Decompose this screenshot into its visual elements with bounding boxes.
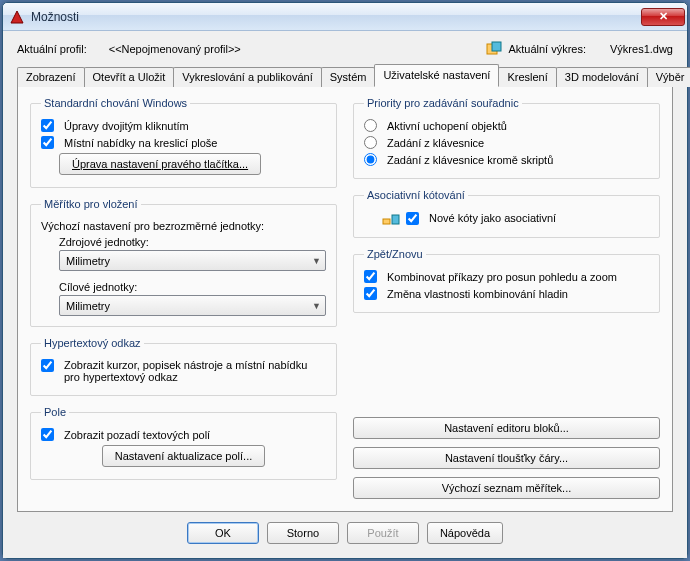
btn-field-update-settings[interactable]: Nastavení aktualizace polí... bbox=[102, 445, 266, 467]
right-buttons: Nastavení editoru bloků... Nastavení tlo… bbox=[353, 417, 660, 499]
group-hyperlink: Hypertextový odkaz Zobrazit kurzor, popi… bbox=[30, 337, 337, 396]
src-units-value: Milimetry bbox=[66, 255, 110, 267]
help-button[interactable]: Nápověda bbox=[427, 522, 503, 544]
scale-desc: Výchozí nastavení pro bezrozměrné jednot… bbox=[41, 220, 264, 232]
legend-field: Pole bbox=[41, 406, 69, 418]
chevron-down-icon: ▼ bbox=[312, 301, 321, 311]
profile-value: <<Nepojmenovaný profil>> bbox=[109, 43, 241, 55]
tab-uzivatelske-nastaveni[interactable]: Uživatelské nastavení bbox=[374, 64, 499, 87]
tab-strip: Zobrazení Otevřít a Uložit Vykreslování … bbox=[17, 63, 673, 87]
svg-rect-2 bbox=[383, 219, 390, 224]
btn-block-editor-settings[interactable]: Nastavení editoru bloků... bbox=[353, 417, 660, 439]
btn-right-click-customize[interactable]: Úprava nastavení pravého tlačítka... bbox=[59, 153, 261, 175]
options-dialog: Možnosti ✕ Aktuální profil: <<Nepojmenov… bbox=[2, 2, 688, 559]
legend-std: Standardní chování Windows bbox=[41, 97, 190, 109]
svg-rect-3 bbox=[392, 215, 399, 224]
group-insertion-scale: Měřítko pro vložení Výchozí nastavení pr… bbox=[30, 198, 337, 327]
rb-keyboard-except-scripts[interactable] bbox=[364, 153, 377, 166]
apply-button[interactable]: Použít bbox=[347, 522, 419, 544]
right-column: Priority pro zadávání souřadnic Aktivní … bbox=[353, 97, 660, 499]
ok-button[interactable]: OK bbox=[187, 522, 259, 544]
group-coord-priority: Priority pro zadávání souřadnic Aktivní … bbox=[353, 97, 660, 179]
cb-field-background[interactable] bbox=[41, 428, 54, 441]
tab-zobrazeni[interactable]: Zobrazení bbox=[17, 67, 85, 87]
select-target-units[interactable]: Milimetry▼ bbox=[59, 295, 326, 316]
legend-undo: Zpět/Znovu bbox=[364, 248, 426, 260]
lbl-keyboard-entry: Zadání z klávesnice bbox=[387, 137, 484, 149]
lbl-combine-layer-props: Změna vlastnosti kombinování hladin bbox=[387, 288, 568, 300]
close-button[interactable]: ✕ bbox=[641, 8, 685, 26]
svg-rect-1 bbox=[492, 42, 501, 51]
lbl-running-osnap: Aktivní uchopení objektů bbox=[387, 120, 507, 132]
window-title: Možnosti bbox=[31, 10, 641, 24]
lbl-hyperlink-cursor: Zobrazit kurzor, popisek nástroje a míst… bbox=[64, 359, 324, 383]
tab-kresleni[interactable]: Kreslení bbox=[498, 67, 556, 87]
drawing-label: Aktuální výkres: bbox=[508, 43, 586, 55]
legend-priority: Priority pro zadávání souřadnic bbox=[364, 97, 522, 109]
btn-lineweight-settings[interactable]: Nastavení tloušťky čáry... bbox=[353, 447, 660, 469]
select-source-units[interactable]: Milimetry▼ bbox=[59, 250, 326, 271]
dimension-icon bbox=[382, 211, 400, 225]
legend-scale: Měřítko pro vložení bbox=[41, 198, 141, 210]
lbl-combine-zoom-pan: Kombinovat příkazy pro posun pohledu a z… bbox=[387, 271, 617, 283]
group-fields: Pole Zobrazit pozadí textových polí Nast… bbox=[30, 406, 337, 480]
rb-keyboard-entry[interactable] bbox=[364, 136, 377, 149]
tab-otevrit-ulozit[interactable]: Otevřít a Uložit bbox=[84, 67, 175, 87]
cb-hyperlink-cursor[interactable] bbox=[41, 359, 54, 372]
group-associative-dim: Asociativní kótování Nové kóty jako asoc… bbox=[353, 189, 660, 238]
legend-hyper: Hypertextový odkaz bbox=[41, 337, 144, 349]
cb-double-click-edit[interactable] bbox=[41, 119, 54, 132]
tab-vykreslovani[interactable]: Vykreslování a publikování bbox=[173, 67, 321, 87]
cb-new-dims-associative[interactable] bbox=[406, 212, 419, 225]
tgt-units-value: Milimetry bbox=[66, 300, 110, 312]
content-area: Aktuální profil: <<Nepojmenovaný profil>… bbox=[3, 31, 687, 558]
lbl-keyboard-except-scripts: Zadání z klávesnice kromě skriptů bbox=[387, 154, 553, 166]
profile-row: Aktuální profil: <<Nepojmenovaný profil>… bbox=[17, 39, 673, 63]
tab-3d-modelovani[interactable]: 3D modelování bbox=[556, 67, 648, 87]
cancel-button[interactable]: Storno bbox=[267, 522, 339, 544]
titlebar[interactable]: Možnosti ✕ bbox=[3, 3, 687, 31]
tab-vyber[interactable]: Výběr bbox=[647, 67, 690, 87]
close-icon: ✕ bbox=[659, 10, 668, 23]
lbl-double-click-edit: Úpravy dvojitým kliknutím bbox=[64, 120, 189, 132]
app-icon bbox=[9, 9, 25, 25]
btn-default-scale-list[interactable]: Výchozí seznam měřítek... bbox=[353, 477, 660, 499]
src-units-label: Zdrojové jednotky: bbox=[59, 236, 149, 248]
lbl-field-background: Zobrazit pozadí textových polí bbox=[64, 429, 210, 441]
tgt-units-label: Cílové jednotky: bbox=[59, 281, 137, 293]
rb-running-osnap[interactable] bbox=[364, 119, 377, 132]
profile-label: Aktuální profil: bbox=[17, 43, 87, 55]
chevron-down-icon: ▼ bbox=[312, 256, 321, 266]
left-column: Standardní chování Windows Úpravy dvojit… bbox=[30, 97, 337, 499]
cb-combine-zoom-pan[interactable] bbox=[364, 270, 377, 283]
cb-shortcut-menus[interactable] bbox=[41, 136, 54, 149]
lbl-shortcut-menus: Místní nabídky na kreslicí ploše bbox=[64, 137, 217, 149]
drawing-icon bbox=[486, 41, 502, 57]
tab-panel: Standardní chování Windows Úpravy dvojit… bbox=[17, 87, 673, 512]
cb-combine-layer-props[interactable] bbox=[364, 287, 377, 300]
legend-assoc: Asociativní kótování bbox=[364, 189, 468, 201]
group-undo-redo: Zpět/Znovu Kombinovat příkazy pro posun … bbox=[353, 248, 660, 313]
lbl-new-dims-associative: Nové kóty jako asociativní bbox=[429, 212, 556, 224]
drawing-value: Výkres1.dwg bbox=[610, 43, 673, 55]
group-windows-standard: Standardní chování Windows Úpravy dvojit… bbox=[30, 97, 337, 188]
current-drawing: Aktuální výkres: Výkres1.dwg bbox=[486, 41, 673, 57]
dialog-footer: OK Storno Použít Nápověda bbox=[17, 512, 673, 548]
tab-system[interactable]: Systém bbox=[321, 67, 376, 87]
